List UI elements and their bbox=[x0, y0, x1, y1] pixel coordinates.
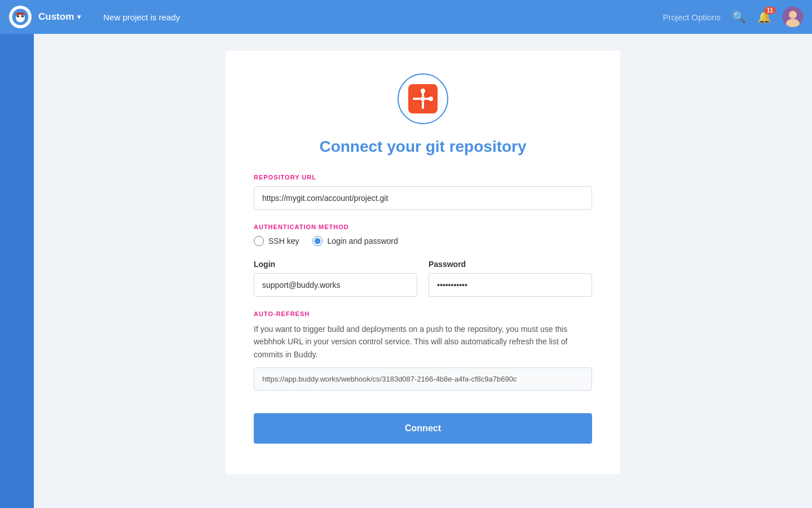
repo-url-input[interactable] bbox=[254, 186, 592, 210]
ssh-key-label: SSH key bbox=[268, 237, 299, 246]
svg-rect-13 bbox=[422, 101, 424, 109]
notifications-button[interactable]: 🔔 11 bbox=[757, 10, 771, 24]
git-icon-wrapper bbox=[398, 73, 448, 124]
password-input[interactable] bbox=[429, 273, 592, 297]
login-password-option[interactable]: Login and password bbox=[312, 236, 398, 246]
svg-point-2 bbox=[17, 15, 20, 17]
ssh-key-option[interactable]: SSH key bbox=[254, 236, 299, 246]
login-password-label: Login and password bbox=[327, 237, 398, 246]
header-status-message: New project is ready bbox=[103, 12, 180, 22]
project-options-link[interactable]: Project Options bbox=[663, 12, 721, 22]
header: Custom ▾ New project is ready Project Op… bbox=[0, 0, 812, 34]
login-label: Login bbox=[254, 260, 417, 269]
git-icon bbox=[406, 82, 440, 116]
svg-rect-14 bbox=[413, 98, 421, 100]
svg-point-5 bbox=[23, 15, 24, 16]
login-password-row: Login Password bbox=[254, 260, 592, 297]
login-input[interactable] bbox=[254, 273, 417, 297]
auto-refresh-description: If you want to trigger build and deploym… bbox=[254, 323, 592, 361]
svg-rect-7 bbox=[15, 14, 25, 15]
ssh-key-radio[interactable] bbox=[254, 236, 264, 246]
project-name-label: Custom bbox=[38, 11, 74, 23]
auth-method-label: AUTHENTICATION METHOD bbox=[254, 224, 592, 230]
header-right-section: Project Options 🔍 🔔 11 bbox=[663, 7, 803, 27]
connect-button[interactable]: Connect bbox=[254, 413, 592, 444]
auth-method-section: AUTHENTICATION METHOD SSH key Login and … bbox=[254, 224, 592, 246]
svg-point-16 bbox=[421, 89, 425, 93]
repo-url-label: REPOSITORY URL bbox=[254, 174, 592, 181]
svg-point-15 bbox=[421, 97, 425, 101]
svg-point-3 bbox=[21, 15, 24, 17]
avatar[interactable] bbox=[783, 7, 803, 27]
page-title: Connect your git repository bbox=[319, 138, 526, 156]
svg-point-9 bbox=[789, 11, 797, 19]
svg-point-4 bbox=[18, 15, 19, 16]
repo-url-section: REPOSITORY URL bbox=[254, 174, 592, 210]
sidebar bbox=[0, 34, 34, 508]
svg-rect-18 bbox=[425, 98, 431, 100]
notification-badge: 11 bbox=[764, 7, 776, 14]
password-field-group: Password bbox=[429, 260, 592, 297]
auth-radio-group: SSH key Login and password bbox=[254, 236, 592, 246]
login-field-group: Login bbox=[254, 260, 417, 297]
password-label: Password bbox=[429, 260, 592, 269]
app-logo bbox=[9, 6, 32, 28]
chevron-down-icon: ▾ bbox=[77, 13, 81, 21]
webhook-url-input[interactable] bbox=[254, 367, 592, 391]
form-container: Connect your git repository REPOSITORY U… bbox=[226, 51, 620, 474]
main-content: Connect your git repository REPOSITORY U… bbox=[34, 34, 812, 508]
login-password-radio[interactable] bbox=[312, 236, 323, 246]
project-name-button[interactable]: Custom ▾ bbox=[38, 11, 81, 23]
auto-refresh-section: AUTO-REFRESH If you want to trigger buil… bbox=[254, 310, 592, 391]
auto-refresh-label: AUTO-REFRESH bbox=[254, 310, 592, 317]
search-icon[interactable]: 🔍 bbox=[732, 10, 746, 24]
